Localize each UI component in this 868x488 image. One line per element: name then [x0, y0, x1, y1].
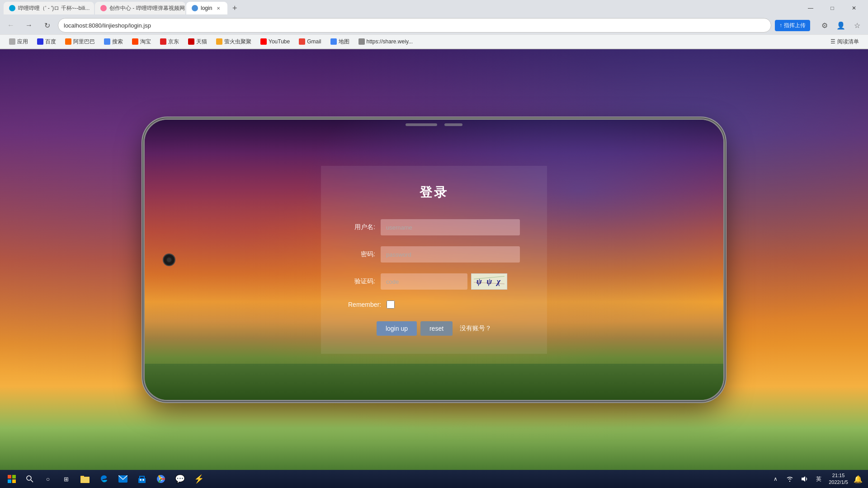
taskbar-chrome[interactable] [152, 471, 170, 487]
bookmark-baidu[interactable]: 百度 [33, 37, 60, 47]
tab-bilibili1[interactable]: 哔哩哔哩（' - ')ロ 千杯~--bili... ✕ [4, 2, 94, 14]
volume-icon [801, 475, 808, 483]
bookmark-sousuo-icon [104, 38, 110, 45]
tray-expand-button[interactable]: ∧ [769, 473, 782, 485]
tab-label-bilibili1: 哔哩哔哩（' - ')ロ 千杯~--bili... [18, 5, 90, 12]
bookmark-tianmao[interactable]: 天猫 [184, 37, 211, 47]
svg-rect-0 [8, 475, 11, 479]
username-input[interactable] [381, 219, 520, 235]
refresh-button[interactable]: ↻ [40, 18, 54, 33]
back-button[interactable]: ← [4, 18, 18, 33]
bookmark-jd-label: 京东 [168, 38, 179, 46]
reset-button[interactable]: reset [420, 321, 453, 336]
tray-network-icon[interactable] [783, 473, 796, 485]
captcha-text: ψ ψ χ [476, 277, 502, 286]
favorites-button[interactable]: ☆ [850, 18, 864, 33]
bookmark-share[interactable]: https://share.weiy... [355, 38, 417, 46]
bookmark-gmail-label: Gmail [307, 38, 321, 45]
tab-close-bilibili1[interactable]: ✕ [92, 5, 94, 12]
tab-favicon-bilibili1 [9, 5, 15, 11]
close-button[interactable]: ✕ [844, 1, 864, 15]
svg-rect-10 [138, 478, 146, 483]
cortana-button[interactable]: ○ [40, 471, 56, 487]
remember-row: Remember: [348, 300, 520, 309]
bookmark-jd[interactable]: 京东 [156, 37, 183, 47]
captcha-input-group: ψ ψ χ [381, 273, 507, 290]
search-taskbar-icon [26, 475, 33, 483]
profile-button[interactable]: 👤 [834, 18, 848, 33]
username-label: 用户名: [348, 223, 375, 231]
forward-button[interactable]: → [22, 18, 36, 33]
taskbar-edge[interactable] [95, 471, 113, 487]
password-input[interactable] [381, 246, 520, 263]
captcha-input[interactable] [381, 273, 467, 290]
bookmark-sousuo[interactable]: 搜索 [100, 37, 127, 47]
bookmark-apps-label: 应用 [17, 38, 28, 46]
address-bar-input-wrapper[interactable]: localhost:8080/linjieshop/login.jsp [58, 18, 771, 33]
pinned-apps: 💬 ⚡ [76, 471, 208, 487]
remember-checkbox[interactable] [387, 300, 395, 309]
new-tab-button[interactable]: + [228, 2, 241, 14]
bookmark-youtube[interactable]: YouTube [257, 38, 293, 46]
bookmark-huochong[interactable]: 萤火虫聚聚 [212, 37, 255, 47]
buttons-row: login up reset 没有账号？ [348, 321, 520, 336]
tray-volume-icon[interactable] [798, 473, 811, 485]
bookmark-ditu-label: 地图 [339, 38, 349, 46]
tray-language-icon[interactable]: 英 [812, 473, 825, 485]
tab-close-login[interactable]: ✕ [215, 5, 222, 12]
password-label: 密码: [348, 250, 375, 258]
bookmark-tianmao-label: 天猫 [196, 38, 207, 46]
tab-label-bilibili2: 创作中心 - 哔哩哔哩弹幕视频网... [109, 5, 185, 12]
address-text: localhost:8080/linjieshop/login.jsp [64, 22, 765, 29]
bookmark-taobao-icon [132, 38, 138, 45]
register-link[interactable]: 没有账号？ [460, 324, 491, 333]
svg-rect-1 [12, 475, 16, 479]
bookmark-taobao-label: 淘宝 [140, 38, 151, 46]
taskbar-baidu[interactable]: ⚡ [190, 471, 208, 487]
bookmark-ditu[interactable]: 地图 [327, 37, 353, 47]
bookmark-youtube-icon [260, 38, 267, 45]
read-mode-button[interactable]: ☰ 阅读清单 [827, 37, 863, 47]
minimize-button[interactable]: — [800, 1, 821, 15]
captcha-image[interactable]: ψ ψ χ [471, 273, 507, 290]
bookmark-huochong-label: 萤火虫聚聚 [224, 38, 251, 46]
windows-icon [8, 475, 16, 483]
taskbar-clock[interactable]: 21:15 2022/1/5 [829, 472, 848, 486]
bookmark-taobao[interactable]: 淘宝 [128, 37, 155, 47]
tab-login[interactable]: login ✕ [186, 2, 227, 14]
search-taskbar-button[interactable] [22, 471, 38, 487]
bookmark-jd-icon [160, 38, 166, 45]
tray-expand-icon: ∧ [774, 476, 778, 482]
taskbar-store[interactable] [133, 471, 151, 487]
notification-button[interactable]: 🔔 [852, 473, 864, 485]
bookmark-youtube-label: YouTube [269, 38, 290, 45]
bookmark-alibaba-icon [65, 38, 71, 45]
bookmark-alibaba[interactable]: 阿里巴巴 [61, 37, 99, 47]
taskbar-wechat[interactable]: 💬 [171, 471, 189, 487]
bookmark-baidu-label: 百度 [45, 38, 56, 46]
maximize-button[interactable]: □ [822, 1, 843, 15]
taskbar-time-display: 21:15 [829, 472, 848, 479]
upload-button[interactable]: ↑ 指挥上传 [775, 20, 810, 31]
bookmark-apps[interactable]: 应用 [5, 37, 32, 47]
extensions-button[interactable]: ⚙ [817, 18, 832, 33]
login-button[interactable]: login up [377, 321, 417, 336]
start-button[interactable] [4, 471, 20, 487]
svg-point-11 [140, 479, 142, 481]
phone-sensor-left [406, 123, 437, 126]
bookmark-gmail[interactable]: Gmail [295, 38, 325, 46]
page-content: 登录 用户名: 密码: 验证码: ψ ψ χ [0, 49, 868, 470]
task-view-button[interactable]: ⊞ [58, 471, 74, 487]
taskbar-mail[interactable] [114, 471, 132, 487]
browser-chrome: 哔哩哔哩（' - ')ロ 千杯~--bili... ✕ 创作中心 - 哔哩哔哩弹… [0, 0, 868, 49]
taskbar-date-display: 2022/1/5 [829, 479, 848, 486]
bookmark-tianmao-icon [188, 38, 194, 45]
tab-bilibili2[interactable]: 创作中心 - 哔哩哔哩弹幕视频网... ✕ [95, 2, 185, 14]
phone-inner: 登录 用户名: 密码: 验证码: ψ ψ χ [145, 120, 723, 400]
bookmark-huochong-icon [216, 38, 222, 45]
password-row: 密码: [348, 246, 520, 263]
language-label: 英 [816, 475, 821, 483]
bookmark-ditu-icon [330, 38, 337, 45]
taskbar-file-explorer[interactable] [76, 471, 94, 487]
toolbar-icons: ⚙ 👤 ☆ [817, 18, 864, 33]
